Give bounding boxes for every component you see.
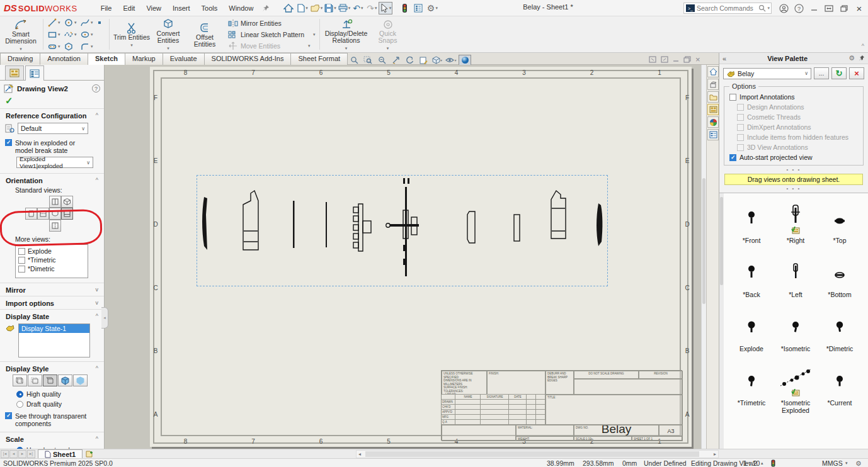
hidden-lines-removed-button[interactable] bbox=[43, 374, 57, 386]
view-palette-tab[interactable] bbox=[707, 104, 719, 115]
new-document-button[interactable] bbox=[295, 2, 309, 14]
drawing-view2-exploded-view[interactable] bbox=[197, 175, 608, 286]
display-style-icon[interactable] bbox=[431, 55, 443, 65]
palette-document-dropdown-icon[interactable]: ∨ bbox=[804, 70, 808, 76]
trimetric-checkbox[interactable] bbox=[18, 257, 25, 264]
last-sheet-button[interactable]: ▸| bbox=[27, 450, 35, 458]
line-tool[interactable]: ▾ bbox=[47, 18, 64, 28]
custom-properties-tab[interactable] bbox=[707, 129, 719, 140]
reference-configuration-header[interactable]: Reference Configuration^ bbox=[0, 109, 104, 121]
units-status[interactable]: MMGS bbox=[822, 459, 843, 467]
scale-header[interactable]: Scale^ bbox=[0, 432, 104, 445]
see-through-checkbox[interactable] bbox=[5, 412, 12, 419]
configuration-select[interactable]: Default∨ bbox=[18, 123, 88, 134]
refresh-button[interactable]: ↻ bbox=[831, 67, 847, 79]
high-quality-radio[interactable] bbox=[16, 391, 23, 398]
3d-drawing-view-icon[interactable] bbox=[389, 55, 402, 65]
tab-markup[interactable]: Markup bbox=[125, 53, 163, 65]
scale-chevron-icon[interactable]: ^ bbox=[96, 436, 98, 443]
select-tool-button[interactable] bbox=[379, 2, 392, 14]
display-style-chevron-icon[interactable]: ^ bbox=[96, 365, 98, 373]
sheet-properties-icon[interactable] bbox=[417, 55, 430, 65]
show-exploded-checkbox[interactable] bbox=[5, 139, 12, 146]
wireframe-button[interactable] bbox=[13, 374, 27, 386]
mirror-chevron-icon[interactable]: v bbox=[96, 286, 99, 294]
dimetric-checkbox[interactable] bbox=[18, 266, 25, 273]
file-explorer-tab[interactable] bbox=[707, 91, 719, 103]
home-button[interactable] bbox=[282, 2, 295, 14]
more-views-item-trimetric[interactable]: *Trimetric bbox=[18, 256, 85, 264]
display-style-header[interactable]: Display Style^ bbox=[0, 362, 104, 374]
auto-start-projected-checkbox[interactable] bbox=[729, 154, 736, 161]
more-views-item-dimetric[interactable]: *Dimetric bbox=[18, 264, 85, 273]
mirror-entities-button[interactable]: Mirror Entities bbox=[228, 18, 282, 28]
sheet1-tab[interactable]: Sheet1 bbox=[38, 449, 83, 459]
design-library-tab[interactable] bbox=[707, 79, 719, 90]
doc-minimize-icon[interactable] bbox=[673, 56, 679, 62]
exploded-view-select[interactable]: Exploded View1|exploded∨ bbox=[16, 157, 93, 168]
view-scale-status[interactable]: 1 : 10 bbox=[743, 459, 760, 467]
first-sheet-button[interactable]: |◂ bbox=[1, 450, 9, 458]
minimize-button[interactable] bbox=[806, 2, 821, 14]
save-button[interactable] bbox=[323, 2, 337, 14]
graphics-vertical-scrollbar[interactable] bbox=[701, 65, 706, 449]
palette-view-current[interactable]: *Current bbox=[818, 362, 862, 416]
explode-checkbox[interactable] bbox=[18, 248, 25, 255]
palette-view-right[interactable]: *Right bbox=[774, 200, 818, 254]
view-settings-sphere-icon[interactable] bbox=[459, 55, 471, 65]
doc-restore-icon[interactable] bbox=[683, 56, 691, 63]
next-sheet-button[interactable]: ▸ bbox=[18, 450, 26, 458]
tab-annotation[interactable]: Annotation bbox=[40, 53, 88, 65]
high-quality-option[interactable]: High quality bbox=[0, 386, 104, 399]
palette-view-trimetric[interactable]: *Trimetric bbox=[729, 362, 774, 416]
resources-home-tab[interactable] bbox=[707, 66, 719, 77]
reference-configuration-chevron-icon[interactable]: ^ bbox=[96, 112, 98, 120]
view-isometric-button[interactable] bbox=[61, 196, 73, 208]
smart-dimension-dropdown[interactable]: ▾ bbox=[20, 45, 22, 52]
zoom-to-fit-icon[interactable] bbox=[348, 55, 360, 65]
tab-solidworks-add-ins[interactable]: SOLIDWORKS Add-Ins bbox=[204, 53, 292, 65]
import-options-header[interactable]: Import optionsv bbox=[0, 296, 104, 309]
pin-panel-icon[interactable] bbox=[859, 55, 865, 62]
orientation-header[interactable]: Orientation^ bbox=[0, 174, 104, 186]
more-views-item-explode[interactable]: Explode bbox=[18, 247, 85, 256]
ellipse-tool[interactable]: ▾ bbox=[80, 30, 96, 40]
trim-entities-dropdown[interactable]: ▾ bbox=[130, 42, 133, 48]
hidden-lines-visible-button[interactable] bbox=[28, 374, 42, 386]
span-displays-button[interactable] bbox=[821, 2, 837, 14]
search-commands-box[interactable]: >_ ▾ bbox=[683, 3, 772, 14]
display-state-header[interactable]: Display State^ bbox=[0, 310, 104, 322]
vscroll-thumb[interactable] bbox=[702, 178, 705, 304]
hscroll-thumb[interactable] bbox=[365, 451, 699, 457]
display-state-selected-item[interactable]: Display State-1 bbox=[19, 324, 89, 333]
graphics-area[interactable]: 8 7 6 5 4 3 2 1 8 7 6 5 4 3 2 1 F E D C … bbox=[105, 65, 701, 449]
palette-view-top[interactable]: *Top bbox=[818, 200, 862, 254]
draft-quality-option[interactable]: Draft quality bbox=[0, 399, 104, 409]
draft-quality-radio[interactable] bbox=[16, 401, 23, 408]
smart-dimension-button[interactable]: Smart Dimension ▾ bbox=[3, 17, 39, 52]
zoom-to-area-icon[interactable] bbox=[362, 55, 374, 65]
hscroll-left-icon[interactable]: ◂ bbox=[358, 451, 361, 457]
close-button[interactable]: × bbox=[852, 2, 867, 14]
display-state-list[interactable]: Display State-1 bbox=[18, 324, 90, 357]
display-delete-dropdown[interactable]: ▾ bbox=[345, 45, 348, 52]
view-right-button[interactable] bbox=[61, 208, 73, 220]
orientation-chevron-icon[interactable]: ^ bbox=[96, 177, 98, 184]
import-options-chevron-icon[interactable]: v bbox=[96, 300, 99, 307]
file-properties-button[interactable] bbox=[411, 2, 425, 14]
shaded-button[interactable] bbox=[73, 374, 88, 386]
redo-button[interactable]: ↷ bbox=[365, 2, 379, 14]
tab-evaluate[interactable]: Evaluate bbox=[163, 53, 205, 65]
search-input[interactable] bbox=[697, 4, 758, 12]
status-traffic-light-icon[interactable] bbox=[771, 459, 775, 467]
palette-view-bottom[interactable]: *Bottom bbox=[818, 254, 862, 308]
search-icon[interactable] bbox=[758, 4, 766, 12]
convert-entities-button[interactable]: Convert Entities ▾ bbox=[150, 17, 186, 52]
graphics-horizontal-scrollbar[interactable]: ◂ ▸ bbox=[356, 450, 719, 458]
panel-splitter-handle[interactable]: ◂ bbox=[101, 307, 108, 329]
menu-window[interactable]: Window bbox=[223, 4, 259, 12]
view-top-button[interactable] bbox=[49, 208, 61, 220]
palette-splitter-dots[interactable]: • • • bbox=[719, 187, 868, 191]
view-bottom-button[interactable] bbox=[49, 220, 61, 232]
view-left-button[interactable] bbox=[25, 208, 37, 220]
